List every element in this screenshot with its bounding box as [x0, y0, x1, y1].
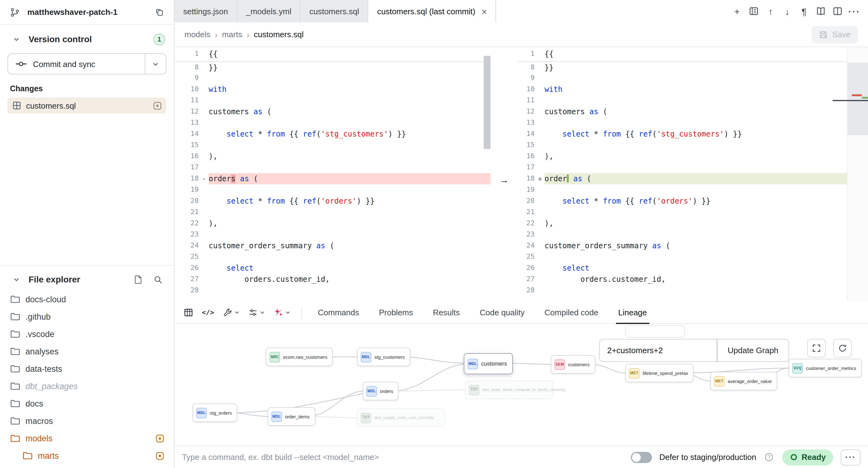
lineage-node-test-supply-costs[interactable]: TSTtest_supply_costs_sum_correctly	[357, 408, 445, 427]
minimap-viewport[interactable]	[847, 63, 868, 135]
code-line-1[interactable]: 1{{	[518, 49, 847, 60]
code-line-21[interactable]: 21	[518, 207, 847, 218]
panel-tab-commands[interactable]: Commands	[308, 301, 369, 324]
code-line-14[interactable]: 14 select * from {{ ref('stg_customers')…	[175, 128, 491, 139]
breadcrumb-models[interactable]: models	[184, 30, 211, 39]
lineage-node-average-order-value[interactable]: METaverage_order_value	[710, 372, 777, 391]
ai-fix-sparkle-icon[interactable]	[270, 304, 295, 321]
code-line-20[interactable]: 20 select * from {{ ref('orders') }}	[175, 195, 491, 207]
explorer-folder-docs[interactable]: docs	[6, 395, 168, 412]
code-line-20[interactable]: 20 select * from {{ ref('orders') }}	[518, 195, 847, 207]
panel-tab-problems[interactable]: Problems	[369, 301, 423, 324]
code-line-15[interactable]: 15	[175, 139, 491, 151]
code-line-22[interactable]: 22),	[518, 218, 847, 229]
lineage-node-test-order-items[interactable]: TSTtest_order_items_compute_to_bools_cor…	[465, 380, 553, 399]
explorer-folder-dbt-packages[interactable]: dbt_packages	[6, 377, 168, 395]
code-line-14[interactable]: 14 select * from {{ ref('stg_customers')…	[518, 128, 847, 139]
fullscreen-button[interactable]	[807, 339, 826, 357]
panel-tab-compiled-code[interactable]: Compiled code	[535, 301, 608, 324]
lineage-node-ecom-raw-customers[interactable]: SRCecom.raw_customers	[266, 348, 333, 366]
scrollbar-thumb[interactable]	[484, 56, 491, 149]
code-line-9[interactable]: 9	[518, 73, 847, 84]
lineage-canvas[interactable]: SRCecom.raw_customersMDLstg_customersMDL…	[175, 324, 868, 446]
add-tab-icon[interactable]: +	[730, 4, 744, 19]
commit-options-button[interactable]	[145, 54, 166, 74]
build-tools-icon[interactable]	[219, 304, 244, 321]
code-icon[interactable]: </>	[197, 304, 219, 321]
code-line-26[interactable]: 26 select	[175, 262, 491, 274]
code-line-8[interactable]: 8}}	[518, 61, 847, 73]
panel-tab-code-quality[interactable]: Code quality	[470, 301, 535, 324]
lineage-node-stg-orders[interactable]: MDLstg_orders	[192, 403, 238, 422]
code-line-13[interactable]: 13	[175, 117, 491, 128]
code-line-12[interactable]: 12customers as (	[175, 106, 491, 117]
code-line-28[interactable]: 28	[518, 285, 847, 296]
code-line-25[interactable]: 25	[518, 251, 847, 262]
panel-tab-results[interactable]: Results	[423, 301, 470, 324]
lineage-node-order-items[interactable]: MDLorder_items	[268, 407, 315, 426]
explorer-folder-docs-cloud[interactable]: docs-cloud	[6, 290, 168, 308]
save-button[interactable]: Save	[812, 26, 858, 43]
code-line-12[interactable]: 12customers as (	[518, 106, 847, 117]
refresh-graph-button[interactable]	[833, 339, 852, 357]
lint-icon[interactable]	[244, 304, 270, 321]
explorer-folder-marts[interactable]: marts	[6, 447, 168, 464]
lineage-node-customer-order-metrics[interactable]: SVQcustomer_order_metrics	[788, 359, 862, 377]
lineage-node-customers-semantic[interactable]: SEMcustomers	[551, 355, 595, 374]
explorer-folder-macros[interactable]: macros	[6, 412, 168, 430]
code-line-17[interactable]: 17	[518, 162, 847, 173]
code-line-9[interactable]: 9	[175, 73, 491, 84]
code-line-8[interactable]: 8}}	[175, 61, 491, 73]
breadcrumb-marts[interactable]: marts	[222, 30, 242, 39]
code-line-27[interactable]: 27 orders.customer_id,	[518, 274, 847, 285]
docs-book-icon[interactable]	[813, 4, 828, 19]
explorer-folder-data-tests[interactable]: data-tests	[6, 360, 168, 377]
tab-customers-sql-last-commit[interactable]: customers.sql (last commit)×	[369, 0, 496, 22]
code-line-23[interactable]: 23	[175, 229, 491, 240]
changed-file-customers-sql[interactable]: customers.sql	[7, 97, 166, 114]
tab-settings-json[interactable]: settings.json	[175, 0, 238, 22]
code-line-11[interactable]: 11	[175, 95, 491, 106]
code-line-19[interactable]: 19	[518, 184, 847, 195]
split-editor-icon[interactable]	[830, 4, 845, 19]
version-control-header[interactable]: Version control 1	[6, 30, 168, 49]
lineage-node-lifetime-spend-pretax[interactable]: METlifetime_spend_pretax	[625, 364, 694, 382]
status-more-button[interactable]: ···	[841, 449, 861, 465]
code-line-16[interactable]: 16),	[175, 151, 491, 162]
code-line-23[interactable]: 23	[518, 229, 847, 240]
copy-branch-icon[interactable]	[152, 5, 166, 20]
editor-layout-icon[interactable]	[746, 4, 761, 19]
new-file-icon[interactable]	[130, 272, 145, 287]
code-line-19[interactable]: 19	[175, 184, 491, 195]
file-explorer-header[interactable]: File explorer	[6, 271, 168, 288]
move-up-icon[interactable]: ↑	[763, 4, 778, 19]
code-line-27[interactable]: 27 orders.customer_id,	[175, 274, 491, 285]
code-line-10[interactable]: 10with	[175, 84, 491, 95]
commit-and-sync-button[interactable]: Commit and sync	[8, 54, 145, 74]
code-line-15[interactable]: 15	[518, 139, 847, 151]
code-line-26[interactable]: 26 select	[518, 262, 847, 274]
explorer-folder-github[interactable]: .github	[6, 308, 168, 325]
more-options-icon[interactable]: ···	[847, 4, 862, 19]
update-graph-button[interactable]: Update Graph	[717, 339, 789, 362]
code-line-10[interactable]: 10with	[518, 84, 847, 95]
defer-toggle[interactable]	[631, 451, 652, 463]
diff-pane-modified[interactable]: 1{{8}}910with1112customers as (1314 sele…	[518, 47, 847, 302]
code-line-28[interactable]: 28	[175, 285, 491, 296]
lineage-node-orders[interactable]: MDLorders	[363, 382, 399, 400]
code-line-22[interactable]: 22),	[175, 218, 491, 229]
code-line-25[interactable]: 25	[175, 251, 491, 262]
lineage-node-stg-customers[interactable]: MDLstg_customers	[357, 348, 410, 366]
graph-selector-input[interactable]: 2+customers+2	[599, 339, 717, 362]
code-line-21[interactable]: 21	[175, 207, 491, 218]
results-table-icon[interactable]	[180, 304, 197, 321]
code-line-18[interactable]: 18+order as (	[518, 173, 847, 184]
code-line-1[interactable]: 1{{	[175, 49, 491, 60]
code-line-11[interactable]: 11	[518, 95, 847, 106]
code-line-18[interactable]: 18-orders as (	[175, 173, 491, 184]
explorer-folder-vscode[interactable]: .vscode	[6, 325, 168, 343]
search-icon[interactable]	[150, 272, 165, 287]
tab-customers-sql[interactable]: customers.sql	[301, 0, 368, 22]
apply-diff-arrow-button[interactable]: →	[496, 173, 512, 186]
panel-tab-lineage[interactable]: Lineage	[608, 301, 657, 324]
